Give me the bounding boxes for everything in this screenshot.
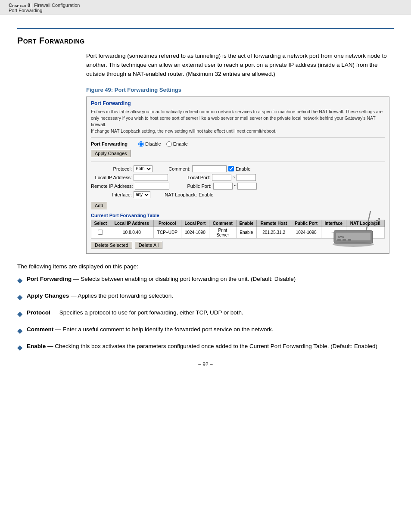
form-row-1: Protocol: Both TCP UDP Comment: Enable: [91, 165, 385, 172]
col-remote-host: Remote Host: [256, 220, 291, 227]
chapter-separator: |: [31, 3, 33, 8]
local-ip-col: Local IP Address:: [91, 174, 168, 181]
form-row-3: Remote IP Address: Public Port: ~: [91, 183, 385, 190]
delete-selected-button[interactable]: Delete Selected: [91, 241, 132, 249]
page-footer: – 92 –: [17, 361, 394, 376]
desc-item-text-3: Protocol — Specifies a protocol to use f…: [27, 308, 243, 317]
term-protocol: Protocol: [27, 309, 50, 316]
local-port-from[interactable]: [212, 174, 231, 181]
svg-line-2: [366, 211, 371, 230]
descriptions-section: The following items are displayed on thi…: [17, 263, 394, 353]
col-public-port: Public Port: [291, 220, 321, 227]
desc-item-text-5: Enable — Checking this box activates the…: [27, 342, 377, 351]
term-port-forwarding: Port Forwarding: [27, 276, 72, 282]
public-port-label: Public Port:: [181, 184, 212, 189]
nat-loopback-label: NAT Loopback:: [162, 192, 197, 197]
cell-local-ip: 10.8.0.40: [110, 227, 154, 238]
public-port-to[interactable]: [237, 183, 257, 190]
cell-enable: Enable: [236, 227, 256, 238]
enable-checkbox[interactable]: [228, 166, 234, 171]
col-local-ip: Local IP Address: [110, 220, 154, 227]
svg-rect-12: [342, 239, 346, 241]
chapter-label-text: Chapter: [9, 3, 26, 8]
port-forwarding-field-label: Port Forwarding: [91, 141, 134, 146]
interface-col: Interface: any: [91, 191, 150, 198]
row-checkbox[interactable]: [98, 230, 103, 235]
local-port-col: Local Port: ~: [180, 174, 256, 181]
section-rule: [17, 28, 394, 29]
remote-ip-input[interactable]: [135, 183, 169, 190]
disable-radio[interactable]: [138, 141, 144, 147]
term-enable: Enable: [27, 343, 46, 349]
svg-point-7: [374, 224, 376, 226]
chapter-number: 8: [28, 3, 30, 8]
list-item-comment: ◆ Comment — Enter a useful comment to he…: [17, 325, 394, 336]
desc-item-text-4: Comment — Enter a useful comment to help…: [27, 325, 274, 334]
enable-option[interactable]: Enable: [166, 141, 188, 147]
col-comment: Comment: [209, 220, 236, 227]
svg-point-5: [376, 220, 378, 221]
cell-public-port: 1024-1090: [291, 227, 321, 238]
pf-description: Entries in this table allow you to autom…: [91, 109, 385, 138]
col-enable: Enable: [236, 220, 256, 227]
col-select: Select: [91, 220, 110, 227]
remote-ip-col: Remote IP Address:: [91, 183, 169, 190]
svg-point-4: [374, 221, 376, 223]
apply-changes-button[interactable]: Apply Changes: [91, 149, 131, 157]
section-title: Port Forwarding: [17, 36, 394, 46]
bullet-2: ◆: [17, 292, 22, 302]
col-local-port: Local Port: [181, 220, 209, 227]
disable-option[interactable]: Disable: [138, 141, 161, 147]
enable-label: Enable: [173, 141, 188, 146]
cell-select[interactable]: [91, 227, 110, 238]
list-item-apply-changes: ◆ Apply Changes — Applies the port forwa…: [17, 292, 394, 302]
svg-point-14: [333, 242, 374, 247]
router-image: SMC: [325, 207, 386, 250]
comment-input[interactable]: [192, 165, 227, 172]
pf-form: Protocol: Both TCP UDP Comment: Enable: [91, 162, 385, 198]
interface-select[interactable]: any: [134, 191, 150, 198]
port-separator-1: ~: [233, 175, 235, 180]
figure-label: Figure 49: Port Forwarding Settings: [86, 87, 394, 93]
delete-all-button[interactable]: Delete All: [135, 241, 162, 249]
nat-loopback-col: NAT Loopback: Enable: [162, 192, 213, 197]
sub-line: Port Forwarding: [9, 8, 402, 13]
form-row-4: Interface: any NAT Loopback: Enable: [91, 191, 385, 198]
intro-text: Port forwarding (sometimes referred to a…: [86, 52, 394, 79]
local-port-group: ~: [212, 174, 256, 181]
list-item-enable: ◆ Enable — Checking this box activates t…: [17, 342, 394, 353]
public-port-group: ~: [213, 183, 257, 190]
port-forwarding-radio-row: Port Forwarding Disable Enable: [91, 141, 385, 147]
router-svg: SMC: [325, 207, 386, 250]
term-comment: Comment: [27, 326, 53, 333]
comment-col: Comment: Enable: [165, 165, 250, 172]
enable-check-label: Enable: [236, 166, 250, 171]
chapter-label: Chapter 8: [9, 3, 30, 8]
cell-protocol: TCP+UDP: [154, 227, 181, 238]
desc-intro: The following items are displayed on thi…: [17, 263, 394, 270]
cell-remote-host: 201.25.31.2: [256, 227, 291, 238]
bullet-3: ◆: [17, 309, 22, 319]
chapter-line: Chapter 8 | Firewall Configuration: [9, 3, 402, 8]
port-forwarding-settings-box: Port Forwarding Entries in this table al…: [86, 96, 389, 254]
desc-list: ◆ Port Forwarding — Selects between enab…: [17, 275, 394, 353]
desc-item-text-1: Port Forwarding — Selects between enabli…: [27, 275, 296, 283]
bullet-5: ◆: [17, 342, 22, 353]
list-item-port-forwarding: ◆ Port Forwarding — Selects between enab…: [17, 275, 394, 286]
protocol-label: Protocol:: [91, 166, 132, 171]
enable-radio[interactable]: [166, 141, 172, 147]
svg-point-9: [378, 221, 380, 222]
form-row-2: Local IP Address: Local Port: ~: [91, 174, 385, 181]
desc-item-text-2: Apply Changes — Applies the port forward…: [27, 292, 173, 300]
local-ip-input[interactable]: [134, 174, 168, 181]
local-port-to[interactable]: [237, 174, 256, 181]
port-forwarding-radio-group: Disable Enable: [138, 141, 188, 147]
protocol-select[interactable]: Both TCP UDP: [134, 165, 153, 172]
add-button[interactable]: Add: [91, 202, 107, 209]
nat-loopback-value: Enable: [199, 192, 213, 197]
cell-comment: PrintServer: [209, 227, 236, 238]
svg-rect-13: [348, 239, 351, 241]
public-port-from[interactable]: [213, 183, 233, 190]
term-apply-changes: Apply Changes: [27, 292, 69, 299]
local-ip-label: Local IP Address:: [91, 175, 132, 180]
